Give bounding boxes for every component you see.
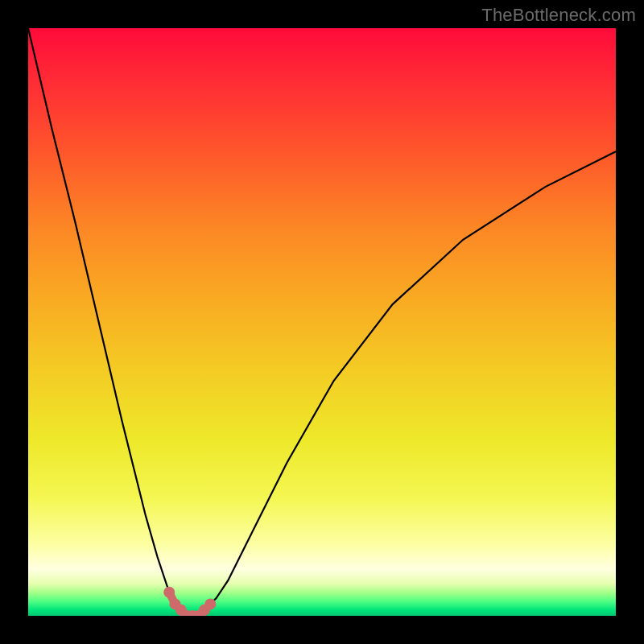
watermark-text: TheBottleneck.com: [481, 5, 636, 26]
marker-dot: [163, 587, 175, 598]
plot-area: [28, 28, 616, 616]
bottleneck-curve: [28, 28, 616, 616]
curve-svg: [28, 28, 616, 616]
marker-dot: [204, 598, 216, 609]
minimum-highlight: [163, 587, 216, 616]
chart-frame: TheBottleneck.com: [0, 0, 644, 644]
